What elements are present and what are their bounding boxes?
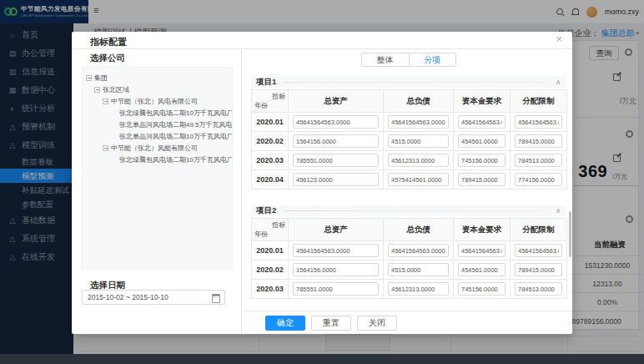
indicator-input[interactable] [388, 134, 449, 148]
tree-expander-icon[interactable] [103, 145, 108, 151]
value-cell [384, 280, 454, 299]
tree-expander-icon[interactable] [94, 87, 100, 93]
tree-node[interactable]: 张北绿脑包风电场二期10万千瓦风电厂项目 [86, 107, 229, 119]
tree-node[interactable]: 中节能（张北）风能有限公司 [86, 142, 229, 154]
confirm-button[interactable]: 确定 [265, 316, 305, 331]
tree-expander-icon[interactable] [86, 75, 92, 81]
collapse-chevron-icon[interactable]: ∧ [556, 78, 561, 86]
tree-node-label: 张北单晶河风电场二期49.5万千瓦风电厂项目 [119, 120, 233, 129]
value-cell [511, 260, 567, 280]
indicator-input[interactable] [388, 115, 449, 129]
footer-button[interactable]: 关闭 [357, 316, 397, 331]
scrollbar-thumb[interactable] [569, 211, 571, 257]
tree-node-label: 张北单晶河风电场二期10万千瓦风电厂项目 [119, 132, 233, 141]
indicator-input[interactable] [388, 282, 449, 296]
indicator-input[interactable] [388, 154, 449, 167]
mode-tab[interactable]: 分项 [409, 53, 456, 67]
value-cell [454, 280, 511, 299]
year-cell: 2020.02 [252, 260, 289, 280]
project-section: 项目1∧指标年份总资产总负债资本金要求分配限制2020.012020.02202… [251, 77, 566, 190]
mode-tab[interactable]: 整体 [361, 53, 409, 67]
tree-node-label: 中节能（张北）风能有限公司 [111, 144, 198, 153]
indicator-input[interactable] [515, 173, 562, 186]
indicator-input[interactable] [515, 282, 562, 296]
footer-button[interactable]: 重置 [311, 316, 351, 331]
section-divider-line [283, 210, 549, 211]
section-divider-line [283, 82, 549, 83]
column-header: 资本金要求 [454, 90, 511, 113]
indicator-input[interactable] [293, 282, 379, 296]
column-header: 总资产 [289, 219, 384, 241]
indicator-input[interactable] [293, 173, 379, 186]
value-cell [511, 280, 567, 299]
corner-label-year: 年份 [254, 101, 268, 110]
column-header: 分配限制 [511, 219, 567, 241]
value-cell [289, 260, 384, 280]
indicator-input[interactable] [458, 244, 506, 257]
section-title: 项目2 [256, 205, 276, 216]
indicator-input[interactable] [293, 244, 379, 257]
indicator-input[interactable] [388, 173, 449, 186]
indicator-input[interactable] [515, 154, 562, 167]
collapse-chevron-icon[interactable]: ∧ [556, 207, 561, 215]
indicator-input[interactable] [458, 173, 506, 186]
indicator-input[interactable] [293, 263, 379, 276]
value-cell [511, 113, 567, 132]
value-cell [384, 151, 454, 170]
value-cell [289, 170, 384, 190]
tree-node[interactable]: 张北单晶河风电场二期49.5万千瓦风电厂项目 [86, 119, 229, 130]
close-icon[interactable]: × [556, 33, 562, 44]
indicator-input[interactable] [458, 282, 506, 296]
column-header: 总负债 [384, 90, 454, 113]
section-header[interactable]: 项目1∧ [251, 77, 566, 88]
modal-title: 指标配置 [90, 36, 127, 48]
value-cell [289, 241, 384, 260]
indicator-input[interactable] [458, 154, 506, 167]
indicator-input[interactable] [515, 115, 562, 129]
calendar-icon[interactable] [212, 294, 220, 303]
tree-node[interactable]: 张北绿脑包风电场二期10万千瓦风电厂项目 [86, 154, 229, 165]
value-cell [454, 132, 511, 151]
date-range-input[interactable] [82, 290, 225, 305]
indicator-table: 指标年份总资产总负债资本金要求分配限制2020.012020.022020.03… [251, 89, 566, 190]
indicator-input[interactable] [293, 134, 379, 148]
tree-node[interactable]: 中节能（张北）风电有限公司 [86, 95, 229, 107]
year-cell: 2020.04 [252, 170, 289, 190]
column-header: 总负债 [384, 219, 454, 241]
indicator-input[interactable] [388, 244, 449, 257]
year-cell: 2020.02 [252, 132, 289, 151]
indicator-input[interactable] [515, 263, 562, 276]
indicator-input[interactable] [458, 263, 506, 276]
value-cell [511, 151, 567, 170]
value-cell [289, 113, 384, 132]
project-section: 项目2∧指标年份总资产总负债资本金要求分配限制2020.012020.02202… [251, 205, 566, 299]
modal-footer: 确定重置关闭 [242, 311, 572, 334]
tree-node-label: 张北绿脑包风电场二期10万千瓦风电厂项目 [119, 109, 233, 118]
tree-expander-icon[interactable] [103, 99, 108, 104]
column-header: 资本金要求 [454, 219, 511, 241]
tree-node-label: 张北区域 [103, 85, 129, 94]
indicator-input[interactable] [388, 263, 449, 276]
value-cell [454, 241, 511, 260]
indicator-input[interactable] [293, 154, 379, 167]
section-header[interactable]: 项目2∧ [251, 205, 566, 216]
value-cell [289, 151, 384, 170]
indicator-input[interactable] [515, 134, 562, 148]
tree-node[interactable]: 张北单晶河风电场二期10万千瓦风电厂项目 [86, 130, 229, 142]
value-cell [454, 260, 511, 280]
indicator-input[interactable] [458, 115, 506, 129]
indicator-input[interactable] [293, 115, 379, 129]
value-cell [384, 241, 454, 260]
tree-node[interactable]: 集团 [86, 72, 229, 83]
indicator-input[interactable] [458, 134, 506, 148]
indicator-input[interactable] [515, 244, 562, 257]
app-screen: 中节能风力发电股份有限公司 CECEP Wind power Corporati… [0, 0, 644, 364]
value-cell [511, 132, 567, 151]
company-tree: 集团张北区域中节能（张北）风电有限公司张北绿脑包风电场二期10万千瓦风电厂项目张… [82, 67, 233, 269]
value-cell [289, 280, 384, 299]
tree-node[interactable]: 张北区域 [86, 83, 229, 95]
year-cell: 2020.03 [252, 151, 289, 170]
corner-label-indicator: 指标 [272, 92, 285, 101]
column-header: 分配限制 [511, 90, 567, 113]
value-cell [454, 170, 511, 190]
